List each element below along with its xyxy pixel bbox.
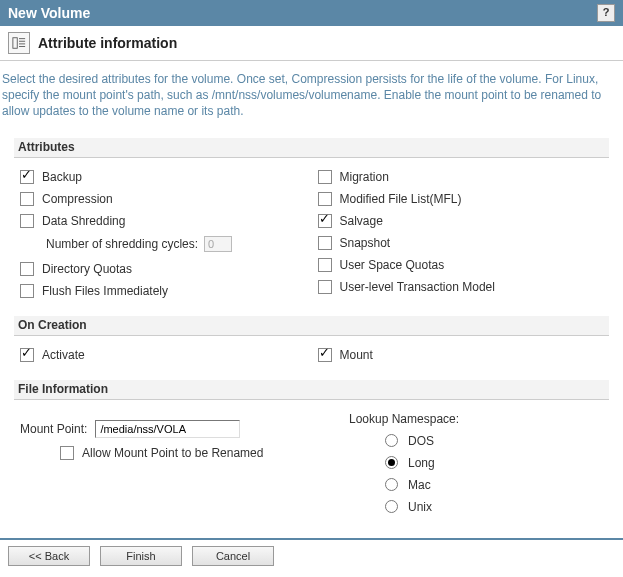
- page-subtitle: Attribute information: [38, 35, 177, 51]
- section-title-attributes: Attributes: [14, 138, 609, 158]
- checkbox-flush-files[interactable]: [20, 284, 34, 298]
- input-shredding-cycles[interactable]: [204, 236, 232, 252]
- radio-namespace-unix[interactable]: [385, 500, 398, 513]
- label-namespace-long: Long: [408, 456, 435, 470]
- input-mount-point[interactable]: [95, 420, 240, 438]
- checkbox-data-shredding[interactable]: [20, 214, 34, 228]
- checkbox-user-level-transaction[interactable]: [318, 280, 332, 294]
- section-on-creation: On Creation Activate Mount: [14, 316, 609, 366]
- label-namespace-mac: Mac: [408, 478, 431, 492]
- radio-namespace-long[interactable]: [385, 456, 398, 469]
- attribute-info-icon: [8, 32, 30, 54]
- label-lookup-namespace: Lookup Namespace:: [349, 408, 609, 430]
- checkbox-compression[interactable]: [20, 192, 34, 206]
- checkbox-activate[interactable]: [20, 348, 34, 362]
- checkbox-mount[interactable]: [318, 348, 332, 362]
- footer: << Back Finish Cancel: [0, 538, 623, 572]
- checkbox-mfl[interactable]: [318, 192, 332, 206]
- radio-namespace-dos[interactable]: [385, 434, 398, 447]
- back-button[interactable]: << Back: [8, 546, 90, 566]
- checkbox-snapshot[interactable]: [318, 236, 332, 250]
- window-title: New Volume: [8, 5, 90, 21]
- checkbox-salvage[interactable]: [318, 214, 332, 228]
- title-bar: New Volume ?: [0, 0, 623, 26]
- label-salvage: Salvage: [340, 214, 383, 228]
- checkbox-allow-rename[interactable]: [60, 446, 74, 460]
- section-title-file-information: File Information: [14, 380, 609, 400]
- section-file-information: File Information Mount Point: Allow Moun…: [14, 380, 609, 518]
- checkbox-backup[interactable]: [20, 170, 34, 184]
- label-backup: Backup: [42, 170, 82, 184]
- intro-text: Select the desired attributes for the vo…: [0, 61, 623, 120]
- label-migration: Migration: [340, 170, 389, 184]
- label-allow-rename: Allow Mount Point to be Renamed: [82, 446, 263, 460]
- section-attributes: Attributes Backup Compression Data Shred…: [14, 138, 609, 302]
- checkbox-user-space-quotas[interactable]: [318, 258, 332, 272]
- finish-button[interactable]: Finish: [100, 546, 182, 566]
- label-namespace-unix: Unix: [408, 500, 432, 514]
- label-data-shredding: Data Shredding: [42, 214, 125, 228]
- checkbox-directory-quotas[interactable]: [20, 262, 34, 276]
- radio-namespace-mac[interactable]: [385, 478, 398, 491]
- label-namespace-dos: DOS: [408, 434, 434, 448]
- label-snapshot: Snapshot: [340, 236, 391, 250]
- help-icon[interactable]: ?: [597, 4, 615, 22]
- label-mount: Mount: [340, 348, 373, 362]
- label-directory-quotas: Directory Quotas: [42, 262, 132, 276]
- label-activate: Activate: [42, 348, 85, 362]
- label-user-level-transaction: User-level Transaction Model: [340, 280, 495, 294]
- label-shredding-cycles: Number of shredding cycles:: [46, 237, 198, 251]
- label-flush-files: Flush Files Immediately: [42, 284, 168, 298]
- cancel-button[interactable]: Cancel: [192, 546, 274, 566]
- section-title-on-creation: On Creation: [14, 316, 609, 336]
- label-compression: Compression: [42, 192, 113, 206]
- label-mfl: Modified File List(MFL): [340, 192, 462, 206]
- label-user-space-quotas: User Space Quotas: [340, 258, 445, 272]
- svg-rect-0: [13, 38, 17, 49]
- checkbox-migration[interactable]: [318, 170, 332, 184]
- label-mount-point: Mount Point:: [20, 422, 87, 436]
- subtitle-row: Attribute information: [0, 26, 623, 61]
